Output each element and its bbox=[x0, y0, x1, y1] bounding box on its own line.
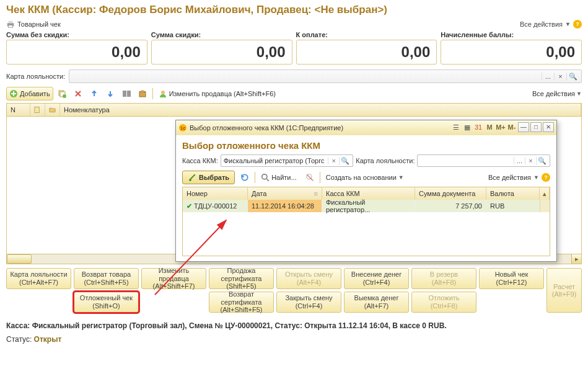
help-icon[interactable]: ? bbox=[573, 20, 582, 29]
footer-button: Отложить(Ctrl+F8) bbox=[411, 292, 476, 313]
dropdown-icon: ▼ bbox=[533, 174, 539, 181]
footer-button[interactable]: Продажа сертификата(Shift+F5) bbox=[209, 268, 274, 289]
footer-button[interactable]: Отложенный чек(Shift+O) bbox=[74, 292, 139, 313]
footer-button[interactable]: Изменить продавца(Alt+Shift+F7) bbox=[141, 268, 206, 289]
col-nomenclature[interactable]: Номенклатура bbox=[60, 104, 581, 116]
app-icon: 1c bbox=[178, 123, 187, 132]
delete-button[interactable] bbox=[71, 87, 86, 101]
refresh-icon bbox=[240, 173, 249, 182]
scrollbar-thumb[interactable] bbox=[7, 254, 32, 264]
total-no-discount-label: Сумма без скидки: bbox=[6, 31, 147, 38]
card-input[interactable]: ... × 🔍 bbox=[417, 154, 550, 167]
scroll-right-button[interactable]: ▸ bbox=[571, 254, 581, 264]
dcol-sum[interactable]: Сумма документа bbox=[415, 187, 486, 200]
col-icon1[interactable] bbox=[30, 104, 45, 116]
table-row[interactable]: ✔ ТДЦУ-000012 11.12.2014 16:04:28 Фискал… bbox=[183, 200, 550, 212]
total-bonus-value: 0,00 bbox=[441, 40, 582, 65]
help-icon[interactable]: ? bbox=[542, 173, 550, 182]
select-button[interactable]: Выбрать bbox=[182, 171, 235, 184]
ellipsis-button[interactable]: ... bbox=[542, 73, 554, 80]
ellipsis-button[interactable]: ... bbox=[514, 157, 525, 164]
find-button[interactable]: Найти... bbox=[258, 171, 300, 184]
svg-point-12 bbox=[262, 174, 267, 179]
doc-icon[interactable]: ☰ bbox=[451, 122, 461, 132]
footer-button[interactable]: Выемка денег(Alt+F7) bbox=[344, 292, 409, 313]
calc-icon[interactable]: ▦ bbox=[462, 122, 472, 132]
dcol-date[interactable]: Дата≡ bbox=[248, 187, 322, 200]
loyalty-card-input[interactable]: ... × 🔍 bbox=[69, 69, 582, 83]
mem-m[interactable]: M bbox=[485, 122, 494, 132]
footer-button[interactable]: Возврат сертификата(Alt+Shift+F5) bbox=[209, 292, 274, 313]
doc-icon bbox=[34, 106, 41, 114]
refresh-button[interactable] bbox=[237, 171, 252, 184]
footer-button[interactable]: Внесение денег(Ctrl+F4) bbox=[344, 268, 409, 289]
dropdown-icon: ▼ bbox=[565, 21, 571, 27]
calc-button[interactable]: Расчет (Alt+F9) bbox=[546, 268, 582, 313]
total-bonus-label: Начисленные баллы: bbox=[441, 31, 582, 38]
footer-button[interactable]: Закрыть смену(Ctrl+F4) bbox=[276, 292, 341, 313]
copy-button[interactable] bbox=[55, 87, 69, 101]
total-no-discount-value: 0,00 bbox=[6, 40, 147, 65]
dcol-num[interactable]: Номер bbox=[183, 187, 248, 200]
clear-button[interactable]: × bbox=[554, 73, 566, 80]
scroll-up-button[interactable]: ▴ bbox=[540, 187, 550, 200]
select-label: Выбрать bbox=[199, 174, 229, 181]
calendar-icon[interactable]: 31 bbox=[473, 122, 483, 132]
svg-text:1c: 1c bbox=[180, 125, 185, 131]
dialog-titlebar[interactable]: 1c Выбор отложенного чека ККМ (1С:Предпр… bbox=[176, 120, 556, 135]
box-icon bbox=[138, 89, 147, 98]
calc-label: Расчет bbox=[547, 283, 581, 290]
footer-button: Открыть смену(Alt+F4) bbox=[276, 268, 341, 289]
add-label: Добавить bbox=[20, 90, 50, 97]
maximize-button[interactable]: □ bbox=[530, 122, 542, 132]
dropdown-icon: ▼ bbox=[576, 91, 582, 97]
footer-button: В резерв(Alt+F8) bbox=[411, 268, 476, 289]
move-up-button[interactable] bbox=[87, 87, 102, 101]
change-seller-button[interactable]: Изменить продавца (Alt+Shift+F6) bbox=[156, 87, 279, 101]
footer-button[interactable]: Новый чек(Ctrl+F12) bbox=[479, 268, 544, 289]
minimize-button[interactable]: — bbox=[518, 122, 529, 132]
dcol-kassa[interactable]: Касса ККМ bbox=[322, 187, 415, 200]
svg-rect-1 bbox=[9, 21, 13, 24]
total-to-pay-value: 0,00 bbox=[296, 40, 437, 65]
col-icon2[interactable] bbox=[45, 104, 60, 116]
print-receipt-link[interactable]: Товарный чек bbox=[6, 20, 61, 29]
svg-rect-2 bbox=[9, 25, 13, 28]
find-label: Найти... bbox=[271, 174, 297, 181]
barcode-button[interactable] bbox=[119, 87, 134, 101]
clear-icon[interactable]: × bbox=[328, 157, 339, 164]
clear-icon[interactable]: × bbox=[525, 157, 536, 164]
arrow-up-icon bbox=[90, 89, 99, 98]
card-label: Карта лояльности: bbox=[356, 157, 415, 164]
create-based-label: Создать на основании bbox=[326, 174, 397, 181]
footer-button[interactable]: Возврат товара(Ctrl+Shift+F5) bbox=[74, 268, 139, 289]
dcol-cur[interactable]: Валюта bbox=[486, 187, 540, 200]
check-icon: ✔ bbox=[186, 202, 192, 210]
toolbar-all-actions[interactable]: Все действия bbox=[532, 90, 575, 97]
kassa-label: Касса ККМ: bbox=[182, 157, 218, 164]
search-button[interactable]: 🔍 bbox=[566, 73, 579, 81]
close-button[interactable]: ✕ bbox=[543, 122, 554, 132]
search-icon[interactable]: 🔍 bbox=[339, 157, 350, 165]
plus-icon bbox=[9, 89, 18, 98]
search-icon[interactable]: 🔍 bbox=[536, 157, 547, 165]
mem-mplus[interactable]: M+ bbox=[496, 122, 506, 132]
clear-find-button[interactable] bbox=[302, 171, 317, 184]
create-based-button[interactable]: Создать на основании ▼ bbox=[323, 171, 407, 184]
loyalty-card-label: Карта лояльности: bbox=[6, 73, 65, 80]
dlg-all-actions[interactable]: Все действия bbox=[488, 174, 531, 181]
svg-rect-9 bbox=[35, 107, 39, 112]
mem-mminus[interactable]: M- bbox=[507, 122, 517, 132]
add-button[interactable]: Добавить bbox=[6, 87, 53, 101]
col-n[interactable]: N bbox=[7, 104, 30, 116]
box-button[interactable] bbox=[135, 87, 150, 101]
all-actions-link[interactable]: Все действия bbox=[520, 20, 563, 28]
clear-find-icon bbox=[305, 173, 314, 182]
folder-icon bbox=[49, 106, 56, 114]
svg-rect-7 bbox=[139, 92, 146, 97]
kassa-input[interactable]: Фискальный регистратор (Торгс × 🔍 bbox=[221, 154, 354, 167]
find-icon bbox=[261, 173, 270, 182]
move-down-button[interactable] bbox=[103, 87, 118, 101]
footer-button[interactable]: Карта лояльности(Ctrl+Alt+F7) bbox=[6, 268, 71, 289]
select-arrow-icon bbox=[188, 173, 196, 182]
